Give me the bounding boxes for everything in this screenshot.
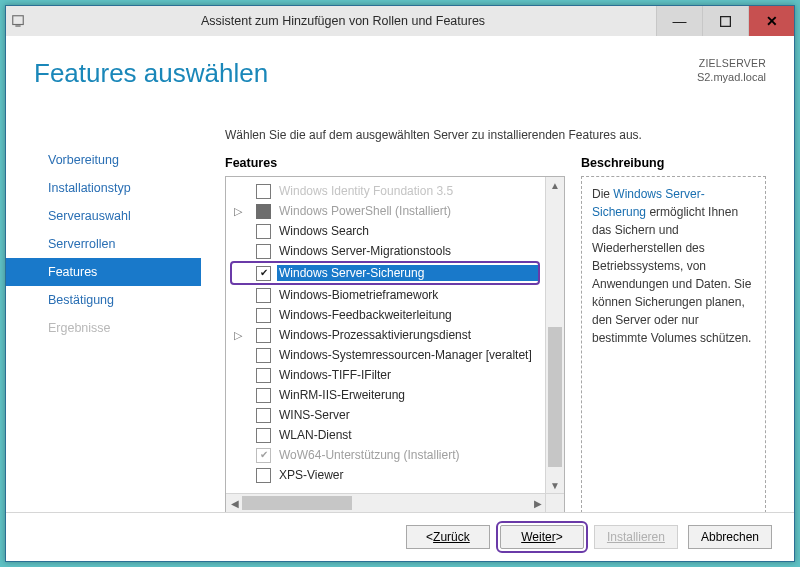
feature-label[interactable]: Windows-Prozessaktivierungsdienst [277,327,546,343]
checkbox-icon[interactable] [256,408,271,423]
checkbox-icon[interactable] [256,388,271,403]
features-list[interactable]: Windows Identity Foundation 3.5 ▷Windows… [226,177,546,494]
feature-label[interactable]: Windows Server-Sicherung [277,265,538,281]
description-prefix: Die [592,187,613,201]
feature-item: ▷Windows PowerShell (Installiert) [226,201,546,221]
scroll-thumb[interactable] [242,496,352,510]
wizard-window: Assistent zum Hinzufügen von Rollen und … [5,5,795,562]
step-installationstyp[interactable]: Installationstyp [6,174,201,202]
scroll-right-icon[interactable]: ▶ [529,494,546,512]
feature-label[interactable]: Windows-Biometrieframework [277,287,546,303]
page-header: Features auswählen ZIELSERVER S2.myad.lo… [6,36,794,128]
feature-label[interactable]: WoW64-Unterstützung (Installiert) [277,447,546,463]
checkbox-icon [256,204,271,219]
checkbox-icon[interactable] [256,308,271,323]
svg-rect-2 [721,16,731,26]
horizontal-scrollbar[interactable]: ◀ ▶ [226,493,546,512]
feature-label[interactable]: XPS-Viewer [277,467,546,483]
description-box: Die Windows Server-Sicherung ermöglicht … [581,176,766,513]
checkbox-icon[interactable] [256,328,271,343]
scroll-left-icon[interactable]: ◀ [226,494,243,512]
feature-item: WLAN-Dienst [226,425,546,445]
feature-label[interactable]: WINS-Server [277,407,546,423]
feature-item: WoW64-Unterstützung (Installiert) [226,445,546,465]
app-icon [6,14,30,28]
checkbox-icon[interactable] [256,184,271,199]
feature-label[interactable]: Windows-Systemressourcen-Manager [veralt… [277,347,546,363]
minimize-button[interactable]: — [656,6,702,36]
feature-item: WINS-Server [226,405,546,425]
feature-item: Windows-Biometrieframework [226,285,546,305]
feature-label[interactable]: Windows Search [277,223,546,239]
page-title: Features auswählen [34,58,766,89]
svg-rect-0 [13,16,24,25]
feature-label[interactable]: Windows Server-Migrationstools [277,243,546,259]
feature-item: WinRM-IIS-Erweiterung [226,385,546,405]
scroll-down-icon[interactable]: ▼ [546,477,564,494]
feature-item: Windows Search [226,221,546,241]
feature-label[interactable]: WLAN-Dienst [277,427,546,443]
next-label: Weiter [521,530,555,544]
scroll-corner [545,493,564,512]
cancel-label: Abbrechen [701,530,759,544]
vertical-scrollbar[interactable]: ▲ ▼ [545,177,564,494]
titlebar: Assistent zum Hinzufügen von Rollen und … [6,6,794,37]
install-button: Installieren [594,525,678,549]
feature-item-selected: Windows Server-Sicherung [230,261,540,285]
feature-item: Windows-Feedbackweiterleitung [226,305,546,325]
description-suffix: ermöglicht Ihnen das Sichern und Wiederh… [592,205,751,345]
feature-label[interactable]: WinRM-IIS-Erweiterung [277,387,546,403]
features-heading: Features [225,156,565,170]
feature-item: Windows-TIFF-IFilter [226,365,546,385]
checkbox-icon[interactable] [256,224,271,239]
step-serverauswahl[interactable]: Serverauswahl [6,202,201,230]
back-label: Zurück [433,530,470,544]
back-button[interactable]: < Zurück [406,525,490,549]
step-bestaetigung[interactable]: Bestätigung [6,286,201,314]
feature-label[interactable]: Windows PowerShell (Installiert) [277,203,546,219]
target-label: ZIELSERVER [697,56,766,70]
step-ergebnisse: Ergebnisse [6,314,201,342]
feature-item: ▷Windows-Prozessaktivierungsdienst [226,325,546,345]
checkbox-icon[interactable] [256,244,271,259]
wizard-steps: Vorbereitung Installationstyp Serverausw… [6,128,201,513]
checkbox-icon [256,448,271,463]
next-button[interactable]: Weiter > [500,525,584,549]
checkbox-icon[interactable] [256,348,271,363]
checkbox-icon[interactable] [256,288,271,303]
description-heading: Beschreibung [581,156,766,170]
step-vorbereitung[interactable]: Vorbereitung [6,146,201,174]
feature-item: XPS-Viewer [226,465,546,485]
target-server-box: ZIELSERVER S2.myad.local [697,56,766,85]
cancel-button[interactable]: Abbrechen [688,525,772,549]
checkbox-icon[interactable] [256,428,271,443]
checkbox-icon[interactable] [256,468,271,483]
expand-icon[interactable]: ▷ [232,205,244,218]
scroll-thumb[interactable] [548,327,562,467]
target-server-name: S2.myad.local [697,70,766,85]
step-serverrollen[interactable]: Serverrollen [6,230,201,258]
features-listbox: Windows Identity Foundation 3.5 ▷Windows… [225,176,565,513]
feature-label[interactable]: Windows-TIFF-IFilter [277,367,546,383]
feature-item: Windows-Systemressourcen-Manager [veralt… [226,345,546,365]
feature-label[interactable]: Windows Identity Foundation 3.5 [277,183,546,199]
feature-item: Windows Identity Foundation 3.5 [226,181,546,201]
feature-item: Windows Server-Migrationstools [226,241,546,261]
feature-label[interactable]: Windows-Feedbackweiterleitung [277,307,546,323]
step-features[interactable]: Features [6,258,201,286]
close-button[interactable]: ✕ [748,6,794,36]
scroll-up-icon[interactable]: ▲ [546,177,564,194]
page-instruction: Wählen Sie die auf dem ausgewählten Serv… [201,128,766,156]
maximize-button[interactable] [702,6,748,36]
expand-icon[interactable]: ▷ [232,329,244,342]
checkbox-icon[interactable] [256,368,271,383]
svg-rect-1 [15,25,20,26]
window-title: Assistent zum Hinzufügen von Rollen und … [30,14,656,28]
footer-buttons: < Zurück Weiter > Installieren Abbrechen [6,512,794,561]
install-label: Installieren [607,530,665,544]
checkbox-icon[interactable] [256,266,271,281]
